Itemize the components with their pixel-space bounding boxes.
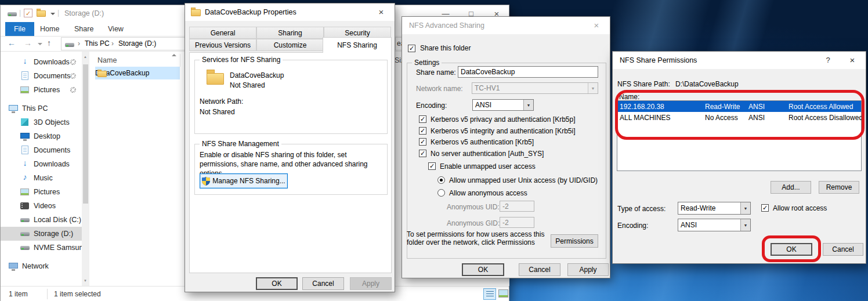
videos-icon (20, 201, 30, 211)
group-title: Settings (412, 59, 442, 67)
tab-previous-versions[interactable]: Previous Versions (189, 39, 256, 51)
krb5p-checkbox[interactable]: ✓ (419, 115, 426, 123)
tab-file[interactable]: File (5, 22, 34, 36)
sidebar-item-this-pc[interactable]: This PC (1, 101, 82, 115)
sidebar-item-desktop[interactable]: Desktop (1, 129, 82, 143)
ok-button[interactable]: OK (771, 243, 812, 256)
tab-view[interactable]: View (108, 22, 124, 36)
sidebar-item-pictures[interactable]: Pictures (1, 83, 82, 97)
anonymous-gid-label: Anonymous GID: (447, 219, 500, 227)
breadcrumb-this-pc[interactable]: This PC (85, 39, 110, 48)
scroll-up-icon[interactable]: ▲ (84, 55, 87, 59)
apply-button[interactable]: Apply (350, 277, 392, 290)
desktop-icon (20, 132, 30, 141)
ok-button[interactable]: OK (462, 263, 504, 276)
close-icon[interactable]: × (840, 52, 865, 69)
sidebar-item-documents[interactable]: Documents (1, 143, 82, 157)
apply-button[interactable]: Apply (567, 263, 609, 276)
forward-icon[interactable]: → (24, 38, 32, 48)
permissions-button[interactable]: Permissions (551, 234, 598, 248)
add-button[interactable]: Add... (771, 181, 811, 194)
sidebar-item-network[interactable]: Network (1, 259, 82, 273)
sidebar-item-local-disk-c[interactable]: Local Disk (C:) (1, 213, 82, 227)
tab-nfs-sharing[interactable]: NFS Sharing (323, 37, 392, 53)
file-row-datacovebackup[interactable]: DataCoveBackup (95, 67, 180, 79)
network-name-select[interactable]: TC-HV1 ▼ (472, 82, 598, 94)
permission-row[interactable]: 192.168.20.38 Read-Write ANSI Root Acces… (617, 101, 861, 112)
allow-anonymous-radio[interactable] (437, 189, 445, 197)
properties-titlebar[interactable]: DataCoveBackup Properties × (185, 3, 395, 21)
cancel-button[interactable]: Cancel (302, 277, 344, 290)
manage-nfs-sharing-button[interactable]: Manage NFS Sharing... (200, 173, 288, 188)
permission-row[interactable]: ALL MACHINES No Access ANSI Root Access … (617, 112, 861, 123)
close-icon[interactable]: × (584, 17, 609, 34)
share-name-input[interactable]: DataCoveBackup (458, 66, 598, 78)
sidebar-item-3d-objects[interactable]: 3D Objects (1, 115, 82, 129)
allow-unix-access-radio[interactable] (437, 176, 445, 184)
encoding-select[interactable]: ANSI ▼ (678, 219, 751, 231)
advanced-titlebar[interactable]: NFS Advanced Sharing × (402, 17, 610, 34)
properties-check-icon[interactable]: ✓ (24, 9, 32, 17)
drive-icon (20, 215, 30, 224)
share-path-value: D:\DataCoveBackup (675, 80, 739, 88)
anonymous-uid-input[interactable]: -2 (500, 201, 534, 212)
sidebar-item-videos[interactable]: Videos (1, 199, 82, 213)
music-icon: ♪ (20, 173, 30, 183)
sidebar-item-music[interactable]: ♪ Music (1, 171, 82, 185)
encoding-label: Encoding: (416, 101, 447, 110)
recent-locations-icon[interactable] (38, 43, 42, 45)
details-view-button[interactable] (483, 288, 496, 300)
document-icon (20, 146, 30, 155)
cancel-button[interactable]: Cancel (519, 263, 560, 276)
sidebar-item-nvme-samsung[interactable]: NVME Samsung (1, 241, 82, 255)
sidebar-item-documents[interactable]: Documents (1, 69, 82, 83)
tab-share[interactable]: Share (74, 22, 93, 36)
share-this-folder-checkbox[interactable]: ✓ (408, 45, 415, 52)
scrollbar-thumb[interactable] (83, 64, 88, 204)
enable-unmapped-checkbox[interactable]: ✓ (428, 162, 436, 170)
client-name: ALL MACHINES (620, 114, 705, 122)
scroll-down-icon[interactable]: ▼ (84, 279, 87, 282)
cancel-button[interactable]: Cancel (823, 243, 863, 256)
type-of-access-select[interactable]: Read-Write ▼ (678, 202, 751, 215)
thumbnail-view-button[interactable] (498, 289, 508, 298)
sidebar-item-downloads[interactable]: ↓ Downloads (1, 55, 82, 69)
allow-root-access-checkbox[interactable]: ✓ (761, 204, 769, 212)
sidebar-item-storage-d[interactable]: Storage (D:) (1, 227, 82, 241)
scrollbar[interactable]: ▲ ▼ (82, 52, 89, 286)
tab-home[interactable]: Home (40, 22, 59, 36)
dialog-title: DataCoveBackup Properties (205, 8, 296, 16)
quick-access-dropdown-icon[interactable] (50, 13, 55, 15)
encoding-select[interactable]: ANSI ▼ (472, 99, 534, 111)
type-of-access-label: Type of access: (617, 205, 666, 213)
tab-customize[interactable]: Customize (256, 39, 324, 51)
help-icon[interactable]: ? (816, 52, 840, 69)
sidebar-item-downloads[interactable]: ↓ Downloads (1, 157, 82, 171)
new-folder-icon[interactable] (37, 9, 46, 17)
krb5-checkbox[interactable]: ✓ (419, 138, 426, 146)
back-icon[interactable]: ← (8, 38, 16, 48)
ok-button[interactable]: OK (256, 277, 298, 290)
anonymous-gid-input[interactable]: -2 (500, 217, 534, 228)
krb5i-checkbox[interactable]: ✓ (419, 127, 426, 135)
breadcrumb-current[interactable]: Storage (D:) (118, 39, 156, 48)
column-header-name[interactable]: Name (97, 56, 117, 64)
pin-icon (70, 87, 76, 93)
up-icon[interactable]: ↑ (47, 38, 51, 48)
sidebar-item-pictures[interactable]: Pictures (1, 185, 82, 199)
dropdown-icon: ▼ (740, 219, 750, 231)
close-icon[interactable]: × (369, 3, 393, 21)
share-name-label: Share name: (416, 68, 456, 77)
encoding-label: Encoding: (617, 222, 648, 230)
selection-count: 1 item selected (54, 290, 101, 298)
tab-sharing[interactable]: Sharing (256, 27, 324, 39)
allow-unix-access-label: Allow unmapped user Unix access (by UID/… (449, 176, 598, 184)
properties-dialog: DataCoveBackup Properties × General Shar… (185, 3, 395, 292)
permissions-titlebar[interactable]: NFS Share Permissions ? × (613, 52, 866, 69)
tab-general[interactable]: General (189, 27, 256, 39)
auth-sys-checkbox[interactable]: ✓ (419, 150, 426, 157)
downloads-icon: ↓ (20, 159, 30, 169)
remove-button[interactable]: Remove (819, 181, 859, 194)
navigation-pane: ↓ Downloads Documents Pictures This PC 3… (1, 52, 82, 286)
name-label: Name: (619, 93, 639, 101)
